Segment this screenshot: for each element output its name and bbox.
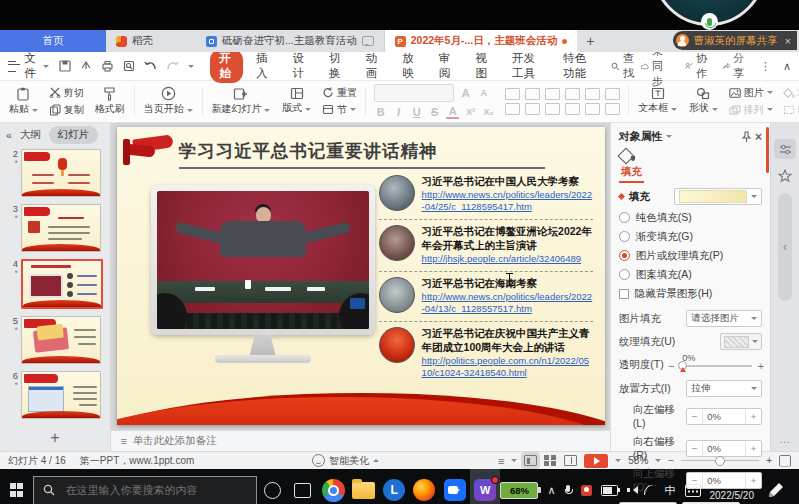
play-from-current-button[interactable]: 当页开始 — [139, 86, 198, 116]
slide-thumb-5[interactable]: 5* — [0, 316, 110, 364]
list-item[interactable]: 习近平总书记在庆祝中国共产主义青年团成立100周年大会上的讲话 http://p… — [379, 323, 593, 384]
choose-picture-button[interactable]: 请选择图片 — [686, 310, 762, 327]
format-painter-button[interactable]: 格式刷 — [90, 87, 130, 116]
menu-design[interactable]: 设计 — [283, 49, 316, 83]
menu-devtools[interactable]: 开发工具 — [503, 49, 550, 83]
speaker-icon[interactable] — [627, 486, 635, 495]
start-button[interactable] — [0, 469, 33, 504]
align-right-icon[interactable] — [545, 103, 560, 115]
find-menu[interactable]: 查找 — [611, 51, 640, 81]
tab-document-1[interactable]: 砥砺奋进守初...主题教育活动 — [196, 30, 385, 52]
tab-docer[interactable]: 稻壳 — [106, 30, 196, 52]
add-slide-button[interactable]: + — [0, 425, 110, 451]
battery-icon[interactable] — [601, 485, 618, 496]
radio-picture-fill[interactable]: 图片或纹理填充(P) — [611, 246, 770, 265]
taskbar-search[interactable] — [33, 476, 257, 504]
tab-slides[interactable]: 幻灯片 — [49, 126, 99, 144]
italic-icon[interactable]: I — [392, 106, 405, 118]
new-slide-button[interactable]: 新建幻灯片 — [207, 87, 276, 116]
menu-animation[interactable]: 动画 — [357, 49, 390, 83]
placement-dropdown[interactable]: 拉伸 — [686, 380, 762, 397]
menu-features[interactable]: 特色功能 — [554, 49, 601, 83]
radio-gradient-fill[interactable]: 渐变填充(G) — [611, 227, 770, 246]
more-panels-icon[interactable]: … — [779, 433, 791, 445]
fill-tab[interactable]: 填充 — [611, 146, 770, 183]
star-icon[interactable] — [778, 169, 792, 183]
cut-button[interactable]: 剪切 — [49, 86, 84, 100]
shrink-font-icon[interactable]: A — [477, 88, 490, 98]
outline-button[interactable]: 轮廓 — [783, 103, 799, 117]
font-name-input[interactable] — [374, 84, 454, 102]
collaborate-button[interactable]: 协作 — [685, 51, 711, 81]
network-icon[interactable] — [644, 485, 656, 495]
touch-keyboard-icon[interactable] — [685, 484, 701, 497]
indent-decrease-icon[interactable] — [545, 88, 560, 100]
tray-expand-icon[interactable]: ∧ — [547, 484, 555, 497]
align-left-icon[interactable] — [505, 103, 520, 115]
menu-home[interactable]: 开始 — [210, 49, 243, 83]
list-item[interactable]: 习近平总书记在海南考察 http://www.news.cn/politics/… — [379, 273, 593, 320]
slide-thumb-3[interactable]: 3* — [0, 204, 110, 252]
output-icon[interactable] — [80, 60, 92, 72]
cortana-button[interactable] — [257, 469, 287, 504]
bullets-icon[interactable] — [505, 88, 520, 100]
current-slide[interactable]: 学习习近平总书记重要讲话精神 — [117, 127, 605, 425]
grow-font-icon[interactable]: A — [459, 87, 472, 99]
zoom-slider-handle[interactable] — [715, 456, 725, 466]
taskbar-wps[interactable]: W — [470, 469, 500, 504]
notes-toggle[interactable]: ≡ — [498, 455, 504, 467]
fit-to-window-icon[interactable] — [779, 455, 791, 467]
shapes-button[interactable]: 形状 — [684, 87, 723, 115]
zoom-slider[interactable] — [681, 455, 759, 467]
close-icon[interactable]: × — [785, 35, 791, 47]
slide-canvas[interactable]: 学习习近平总书记重要讲话精神 — [111, 123, 610, 430]
slide-thumb-6[interactable]: 6* — [0, 371, 110, 419]
radio-pattern-fill[interactable]: 图案填充(A) — [611, 265, 770, 284]
reset-button[interactable]: 重置 — [322, 86, 357, 100]
text-box-button[interactable]: 文本框 — [633, 87, 682, 115]
slideshow-play-button[interactable] — [584, 454, 608, 468]
notes-bar[interactable]: ≡ 单击此处添加备注 — [111, 430, 610, 451]
underline-icon[interactable]: U — [410, 106, 423, 118]
pin-icon[interactable] — [741, 131, 752, 143]
hyperlink[interactable]: http://www.news.cn/politics/leaders/2022… — [422, 189, 593, 214]
reading-view-button[interactable] — [564, 455, 577, 466]
bold-icon[interactable]: B — [374, 106, 387, 118]
layout-button[interactable]: 版式 — [277, 87, 316, 115]
panel-scrollbar[interactable] — [766, 127, 769, 173]
undo-icon[interactable] — [144, 61, 157, 72]
texture-dropdown[interactable] — [720, 333, 762, 350]
properties-strip-button[interactable] — [774, 139, 796, 159]
radio-solid-fill[interactable]: 纯色填充(S) — [611, 208, 770, 227]
taskbar-chrome[interactable] — [318, 469, 348, 504]
taskbar-file-explorer[interactable] — [349, 469, 379, 504]
minus-icon[interactable]: − — [668, 360, 674, 372]
subscript-icon[interactable]: X₂ — [482, 107, 495, 117]
new-tab-button[interactable]: + — [577, 30, 603, 52]
screen-share-badge[interactable]: 曹淑英的屏幕共享 × — [673, 31, 797, 50]
arrange-button[interactable]: 排列 — [729, 103, 773, 117]
list-item[interactable]: 习近平总书记在中国人民大学考察 http://www.news.cn/polit… — [379, 171, 593, 218]
monitor-graphic[interactable] — [151, 185, 375, 363]
file-menu[interactable]: 文件 — [8, 51, 49, 81]
taskbar-meeting-app[interactable] — [440, 469, 470, 504]
print-preview-icon[interactable] — [123, 60, 135, 72]
collapse-panel-button[interactable]: « — [6, 129, 12, 141]
align-center-icon[interactable] — [525, 103, 540, 115]
menu-transition[interactable]: 切换 — [320, 49, 353, 83]
fill-color-dropdown[interactable] — [674, 188, 762, 205]
task-view-button[interactable] — [288, 469, 318, 504]
hyperlink[interactable]: http://politics.people.com.cn/n1/2022/05… — [422, 355, 593, 380]
share-button[interactable]: 分享 — [723, 51, 748, 81]
slide-thumb-2[interactable]: 2* — [0, 149, 110, 197]
line-spacing-icon[interactable] — [585, 88, 600, 100]
menu-slideshow[interactable]: 放映 — [393, 49, 426, 83]
more-menu-icon[interactable]: ⋮ — [760, 60, 771, 73]
transparency-slider[interactable]: − 0% + — [670, 356, 762, 374]
offset-left-stepper[interactable]: −0%+ — [686, 408, 762, 425]
save-icon[interactable] — [59, 60, 71, 72]
indent-increase-icon[interactable] — [565, 88, 580, 100]
font-color-icon[interactable]: A — [446, 105, 459, 119]
taskbar-firefox[interactable] — [409, 469, 439, 504]
hide-background-checkbox[interactable]: 隐藏背景图形(H) — [611, 284, 770, 303]
